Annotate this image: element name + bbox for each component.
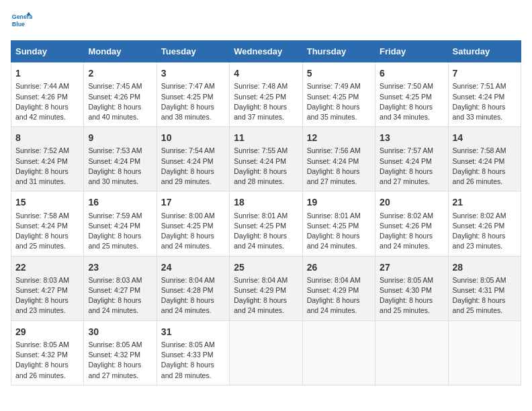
daylight-text: Daylight: 8 hours and 37 minutes.	[234, 103, 287, 121]
sunrise-text: Sunrise: 8:01 AM	[234, 212, 287, 220]
day-number: 15	[15, 195, 79, 209]
day-number: 16	[88, 195, 152, 209]
calendar-cell: 6Sunrise: 7:50 AMSunset: 4:25 PMDaylight…	[375, 62, 448, 127]
day-number: 1	[15, 66, 79, 80]
calendar-cell: 23Sunrise: 8:03 AMSunset: 4:27 PMDayligh…	[84, 256, 157, 320]
calendar-cell: 28Sunrise: 8:05 AMSunset: 4:31 PMDayligh…	[448, 256, 521, 320]
sunset-text: Sunset: 4:25 PM	[161, 222, 214, 230]
day-number: 8	[15, 131, 79, 144]
day-number: 26	[307, 261, 371, 274]
sunrise-text: Sunrise: 7:48 AM	[234, 82, 287, 90]
calendar-week-3: 15Sunrise: 7:58 AMSunset: 4:24 PMDayligh…	[11, 191, 521, 256]
calendar-cell: 12Sunrise: 7:56 AMSunset: 4:24 PMDayligh…	[302, 127, 375, 191]
sunrise-text: Sunrise: 7:50 AM	[380, 82, 433, 90]
day-number: 31	[161, 325, 225, 338]
day-number: 5	[307, 66, 371, 80]
daylight-text: Daylight: 8 hours and 24 minutes.	[88, 296, 141, 314]
daylight-text: Daylight: 8 hours and 28 minutes.	[161, 361, 214, 379]
sunset-text: Sunset: 4:25 PM	[161, 93, 214, 101]
calendar-cell: 18Sunrise: 8:01 AMSunset: 4:25 PMDayligh…	[230, 191, 302, 256]
calendar-cell: 15Sunrise: 7:58 AMSunset: 4:24 PMDayligh…	[11, 191, 84, 256]
calendar-cell: 21Sunrise: 8:02 AMSunset: 4:26 PMDayligh…	[448, 191, 521, 256]
calendar-cell: 14Sunrise: 7:58 AMSunset: 4:24 PMDayligh…	[448, 127, 521, 191]
daylight-text: Daylight: 8 hours and 26 minutes.	[453, 167, 506, 185]
day-number: 3	[161, 66, 225, 80]
sunrise-text: Sunrise: 8:05 AM	[380, 276, 433, 284]
day-number: 28	[453, 261, 517, 274]
day-number: 13	[380, 131, 443, 144]
calendar-table: SundayMondayTuesdayWednesdayThursdayFrid…	[11, 40, 521, 385]
sunset-text: Sunset: 4:25 PM	[234, 222, 286, 230]
daylight-text: Daylight: 8 hours and 33 minutes.	[453, 103, 506, 121]
calendar-cell: 20Sunrise: 8:02 AMSunset: 4:26 PMDayligh…	[375, 191, 448, 256]
weekday-monday: Monday	[84, 41, 157, 62]
calendar-cell: 29Sunrise: 8:05 AMSunset: 4:32 PMDayligh…	[11, 320, 84, 385]
daylight-text: Daylight: 8 hours and 29 minutes.	[161, 167, 214, 185]
sunset-text: Sunset: 4:26 PM	[88, 93, 140, 101]
day-number: 6	[380, 66, 443, 80]
sunrise-text: Sunrise: 8:04 AM	[307, 276, 361, 284]
sunset-text: Sunset: 4:24 PM	[453, 157, 505, 165]
calendar-body: 1Sunrise: 7:44 AMSunset: 4:26 PMDaylight…	[11, 62, 521, 385]
weekday-thursday: Thursday	[302, 41, 375, 62]
sunrise-text: Sunrise: 7:58 AM	[15, 212, 69, 220]
daylight-text: Daylight: 8 hours and 26 minutes.	[15, 361, 69, 379]
calendar-cell: 9Sunrise: 7:53 AMSunset: 4:24 PMDaylight…	[84, 127, 157, 191]
sunrise-text: Sunrise: 8:05 AM	[88, 340, 142, 349]
sunrise-text: Sunrise: 7:53 AM	[88, 146, 142, 154]
daylight-text: Daylight: 8 hours and 34 minutes.	[380, 103, 433, 121]
sunrise-text: Sunrise: 8:03 AM	[88, 276, 142, 284]
daylight-text: Daylight: 8 hours and 24 minutes.	[234, 296, 287, 314]
calendar-cell: 24Sunrise: 8:04 AMSunset: 4:28 PMDayligh…	[157, 256, 229, 320]
sunrise-text: Sunrise: 7:47 AM	[161, 82, 215, 90]
sunrise-text: Sunrise: 7:49 AM	[307, 82, 361, 90]
sunset-text: Sunset: 4:32 PM	[15, 351, 68, 359]
calendar-cell: 22Sunrise: 8:03 AMSunset: 4:27 PMDayligh…	[11, 256, 84, 320]
sunrise-text: Sunrise: 7:51 AM	[453, 82, 506, 90]
sunrise-text: Sunrise: 8:04 AM	[161, 276, 215, 284]
sunrise-text: Sunrise: 8:02 AM	[380, 212, 433, 220]
daylight-text: Daylight: 8 hours and 27 minutes.	[88, 361, 141, 379]
sunrise-text: Sunrise: 8:03 AM	[15, 276, 69, 284]
sunrise-text: Sunrise: 7:52 AM	[15, 146, 69, 154]
sunset-text: Sunset: 4:29 PM	[307, 286, 359, 294]
daylight-text: Daylight: 8 hours and 24 minutes.	[234, 232, 287, 250]
calendar-week-4: 22Sunrise: 8:03 AMSunset: 4:27 PMDayligh…	[11, 256, 521, 320]
sunset-text: Sunset: 4:31 PM	[453, 286, 505, 294]
svg-text:Blue: Blue	[12, 21, 25, 28]
sunrise-text: Sunrise: 7:56 AM	[307, 146, 361, 154]
daylight-text: Daylight: 8 hours and 24 minutes.	[380, 232, 433, 250]
daylight-text: Daylight: 8 hours and 24 minutes.	[307, 296, 360, 314]
sunset-text: Sunset: 4:24 PM	[88, 222, 140, 230]
daylight-text: Daylight: 8 hours and 35 minutes.	[307, 103, 360, 121]
calendar-cell: 19Sunrise: 8:01 AMSunset: 4:25 PMDayligh…	[302, 191, 375, 256]
sunset-text: Sunset: 4:24 PM	[234, 157, 286, 165]
day-number: 25	[234, 261, 298, 274]
sunrise-text: Sunrise: 8:01 AM	[307, 212, 361, 220]
day-number: 19	[307, 195, 371, 209]
calendar-cell: 25Sunrise: 8:04 AMSunset: 4:29 PMDayligh…	[230, 256, 302, 320]
sunrise-text: Sunrise: 7:59 AM	[88, 212, 142, 220]
sunrise-text: Sunrise: 7:55 AM	[234, 146, 287, 154]
sunrise-text: Sunrise: 8:05 AM	[15, 340, 69, 349]
daylight-text: Daylight: 8 hours and 40 minutes.	[88, 103, 141, 121]
day-number: 7	[453, 66, 517, 80]
day-number: 29	[15, 325, 79, 338]
sunset-text: Sunset: 4:26 PM	[15, 93, 68, 101]
sunrise-text: Sunrise: 8:05 AM	[453, 276, 506, 284]
daylight-text: Daylight: 8 hours and 27 minutes.	[307, 167, 360, 185]
calendar-cell: 16Sunrise: 7:59 AMSunset: 4:24 PMDayligh…	[84, 191, 157, 256]
sunrise-text: Sunrise: 8:00 AM	[161, 212, 215, 220]
daylight-text: Daylight: 8 hours and 31 minutes.	[15, 167, 69, 185]
calendar-week-1: 1Sunrise: 7:44 AMSunset: 4:26 PMDaylight…	[11, 62, 521, 127]
sunset-text: Sunset: 4:25 PM	[234, 93, 286, 101]
day-number: 27	[380, 261, 443, 274]
calendar-cell: 10Sunrise: 7:54 AMSunset: 4:24 PMDayligh…	[157, 127, 229, 191]
day-number: 22	[15, 261, 79, 274]
daylight-text: Daylight: 8 hours and 28 minutes.	[234, 167, 287, 185]
calendar-cell: 4Sunrise: 7:48 AMSunset: 4:25 PMDaylight…	[230, 62, 302, 127]
sunset-text: Sunset: 4:27 PM	[88, 286, 140, 294]
day-number: 18	[234, 195, 298, 209]
logo-icon: General Blue	[11, 11, 32, 32]
sunset-text: Sunset: 4:27 PM	[15, 286, 68, 294]
